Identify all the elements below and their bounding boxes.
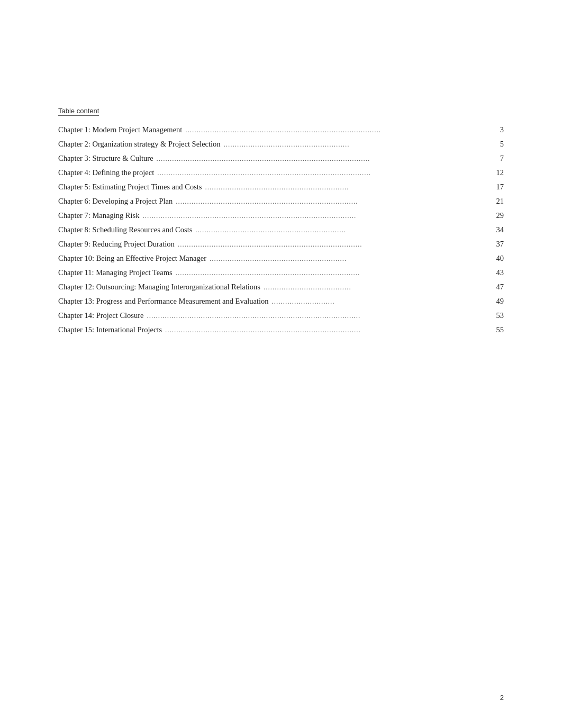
toc-row: Chapter 9: Reducing Project Duration....… <box>58 240 504 249</box>
toc-chapter-title: Chapter 15: International Projects <box>58 325 162 334</box>
toc-chapter-title: Chapter 14: Project Closure <box>58 311 143 320</box>
page: Table content Chapter 1: Modern Project … <box>0 0 562 728</box>
toc-chapter-title: Chapter 12: Outsourcing: Managing Intero… <box>58 283 260 292</box>
toc-page-number: 37 <box>491 240 504 249</box>
toc-chapter-title: Chapter 6: Developing a Project Plan <box>58 197 173 206</box>
toc-row: Chapter 2: Organization strategy & Proje… <box>58 140 504 149</box>
toc-chapter-title: Chapter 4: Defining the project <box>58 168 154 177</box>
toc-page-number: 7 <box>491 154 504 163</box>
toc-chapter-title: Chapter 8: Scheduling Resources and Cost… <box>58 225 192 234</box>
toc-chapter-title: Chapter 3: Structure & Culture <box>58 154 153 163</box>
toc-dots: ........................................… <box>195 226 487 234</box>
toc-chapter-title: Chapter 1: Modern Project Management <box>58 125 182 134</box>
toc-dots: ........................................… <box>165 326 487 334</box>
toc-page-number: 34 <box>491 225 504 234</box>
toc-chapter-title: Chapter 11: Managing Project Teams <box>58 268 173 277</box>
toc-page-number: 17 <box>491 183 504 192</box>
toc-row: Chapter 14: Project Closure.............… <box>58 311 504 320</box>
toc-page-number: 29 <box>491 211 504 220</box>
toc-dots: ........................................… <box>157 169 487 177</box>
toc-dots: ........................................… <box>142 212 487 220</box>
toc-row: Chapter 12: Outsourcing: Managing Intero… <box>58 283 504 292</box>
toc-chapter-title: Chapter 10: Being an Effective Project M… <box>58 254 206 263</box>
toc-page-number: 21 <box>491 197 504 206</box>
toc-dots: ....................................... <box>264 283 487 292</box>
toc-dots: ........................................… <box>176 197 487 206</box>
toc-chapter-title: Chapter 5: Estimating Project Times and … <box>58 183 202 192</box>
toc-row: Chapter 1: Modern Project Management....… <box>58 125 504 134</box>
toc-chapter-title: Chapter 2: Organization strategy & Proje… <box>58 140 221 149</box>
toc-row: Chapter 8: Scheduling Resources and Cost… <box>58 225 504 234</box>
toc-dots: ........................................… <box>185 126 487 134</box>
toc-chapter-title: Chapter 13: Progress and Performance Mea… <box>58 297 268 306</box>
toc-row: Chapter 4: Defining the project.........… <box>58 168 504 177</box>
toc-chapter-title: Chapter 9: Reducing Project Duration <box>58 240 175 249</box>
toc-page-number: 40 <box>491 254 504 263</box>
page-number: 2 <box>500 694 504 702</box>
toc-row: Chapter 15: International Projects......… <box>58 325 504 334</box>
toc-page-number: 3 <box>491 125 504 134</box>
toc-page-number: 47 <box>491 283 504 292</box>
toc-page-number: 5 <box>491 140 504 149</box>
toc-row: Chapter 7: Managing Risk................… <box>58 211 504 220</box>
toc-list: Chapter 1: Modern Project Management....… <box>58 125 504 334</box>
toc-chapter-title: Chapter 7: Managing Risk <box>58 211 139 220</box>
toc-page-number: 49 <box>491 297 504 306</box>
toc-row: Chapter 3: Structure & Culture..........… <box>58 154 504 163</box>
table-content-heading: Table content <box>58 107 99 116</box>
toc-row: Chapter 10: Being an Effective Project M… <box>58 254 504 263</box>
toc-dots: ........................................… <box>224 140 487 149</box>
toc-dots: ............................ <box>271 297 487 306</box>
toc-dots: ........................................… <box>157 154 487 163</box>
toc-dots: ........................................… <box>147 312 487 320</box>
toc-row: Chapter 6: Developing a Project Plan....… <box>58 197 504 206</box>
toc-page-number: 53 <box>491 311 504 320</box>
toc-row: Chapter 11: Managing Project Teams......… <box>58 268 504 277</box>
toc-dots: ........................................… <box>205 183 487 192</box>
toc-dots: ........................................… <box>178 240 487 249</box>
toc-row: Chapter 5: Estimating Project Times and … <box>58 183 504 192</box>
toc-page-number: 43 <box>491 268 504 277</box>
toc-dots: ........................................… <box>176 269 487 277</box>
toc-row: Chapter 13: Progress and Performance Mea… <box>58 297 504 306</box>
toc-page-number: 12 <box>491 168 504 177</box>
toc-page-number: 55 <box>491 325 504 334</box>
toc-dots: ........................................… <box>210 254 487 263</box>
